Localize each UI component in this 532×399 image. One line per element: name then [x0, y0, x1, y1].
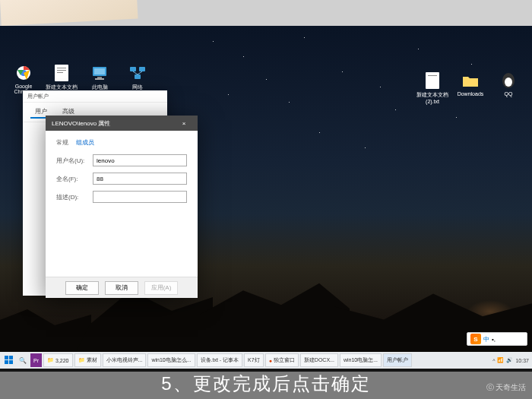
- window-titlebar[interactable]: 用户帐户: [23, 90, 167, 103]
- taskbar-item[interactable]: win10电脑怎...: [340, 353, 382, 367]
- tray-chevron-icon[interactable]: ^: [492, 358, 495, 363]
- svg-rect-20: [9, 356, 13, 359]
- svg-rect-16: [428, 75, 437, 76]
- desktop-icon-network[interactable]: 网络: [122, 64, 154, 94]
- taskbar-item[interactable]: 设备.txt - 记事本: [197, 353, 243, 367]
- taskbar-item[interactable]: 小米电视铃声...: [103, 353, 147, 367]
- desktop-icon-chrome[interactable]: Google Chrome: [8, 64, 40, 94]
- tray-network-icon[interactable]: 📶: [497, 357, 504, 363]
- desktop-icon-downloads[interactable]: Downloads: [454, 71, 486, 104]
- svg-rect-19: [5, 356, 8, 359]
- taskbar-item[interactable]: 用户帐户: [383, 353, 412, 367]
- taskbar-item[interactable]: ●独立窗口: [265, 353, 299, 367]
- start-button[interactable]: [3, 354, 15, 366]
- svg-point-18: [505, 78, 512, 87]
- username-label: 用户名(U):: [56, 157, 93, 165]
- svg-rect-15: [426, 72, 439, 89]
- icon-label: QQ: [505, 91, 513, 97]
- ok-button[interactable]: 确定: [65, 281, 99, 295]
- svg-line-14: [138, 71, 142, 74]
- svg-rect-4: [57, 70, 66, 71]
- tab-general[interactable]: 常规: [56, 138, 68, 147]
- taskbar-item[interactable]: 新建DOCX...: [300, 353, 338, 367]
- svg-rect-12: [135, 74, 141, 79]
- system-tray[interactable]: ^ 📶 🔊 10:37: [492, 357, 529, 363]
- cancel-button[interactable]: 取消: [105, 281, 138, 295]
- description-input[interactable]: [93, 191, 187, 203]
- svg-rect-3: [57, 68, 66, 68]
- search-icon[interactable]: 🔍: [17, 354, 29, 366]
- apply-button[interactable]: 应用(A): [144, 281, 178, 295]
- icon-label: Downloads: [458, 91, 484, 97]
- svg-rect-10: [130, 67, 136, 71]
- desktop-icon-thispc[interactable]: 此电脑: [84, 64, 116, 94]
- fullname-label: 全名(F):: [56, 175, 93, 183]
- video-caption: 5、更改完成后点击确定: [0, 369, 532, 399]
- svg-rect-21: [5, 360, 8, 364]
- svg-rect-7: [94, 68, 105, 74]
- taskbar-item[interactable]: 📁素材: [74, 353, 101, 367]
- desktop-icon-textfile[interactable]: 新建文本文档: [46, 64, 78, 94]
- svg-rect-9: [95, 78, 104, 80]
- taskbar: 🔍 Pr 📁3,220 📁素材 小米电视铃声... win10电脑怎么... 设…: [0, 352, 532, 369]
- dialog-titlebar[interactable]: LENOVO\lenovo 属性 ×: [46, 116, 198, 131]
- watermark: ⓒ 天奇生活: [486, 382, 526, 393]
- taskbar-item[interactable]: win10电脑怎么...: [147, 353, 195, 367]
- svg-line-13: [133, 71, 138, 74]
- tab-membership[interactable]: 组成员: [76, 138, 94, 147]
- description-label: 描述(D):: [56, 193, 93, 201]
- ime-bar[interactable]: S 中 •,: [467, 332, 527, 346]
- close-icon[interactable]: ×: [176, 120, 192, 127]
- taskbar-item[interactable]: K7灯: [244, 353, 264, 367]
- tray-volume-icon[interactable]: 🔊: [506, 357, 513, 363]
- icon-label: 新建文本文档(2).txt: [416, 91, 448, 104]
- username-input[interactable]: [93, 154, 187, 166]
- tray-clock[interactable]: 10:37: [515, 358, 529, 363]
- fullname-input[interactable]: [93, 173, 187, 185]
- svg-rect-8: [97, 77, 102, 78]
- desktop-icon-textfile2[interactable]: 新建文本文档(2).txt: [416, 71, 448, 104]
- svg-rect-22: [9, 360, 13, 364]
- sogou-icon: S: [470, 334, 481, 344]
- svg-rect-11: [139, 67, 145, 71]
- svg-rect-5: [57, 72, 63, 73]
- user-properties-dialog: LENOVO\lenovo 属性 × 常规 组成员 用户名(U): 全名(F):…: [46, 116, 198, 298]
- desktop-icon-qq[interactable]: QQ: [492, 71, 524, 104]
- taskbar-item[interactable]: Pr: [30, 353, 42, 367]
- taskbar-item[interactable]: 📁3,220: [43, 353, 73, 367]
